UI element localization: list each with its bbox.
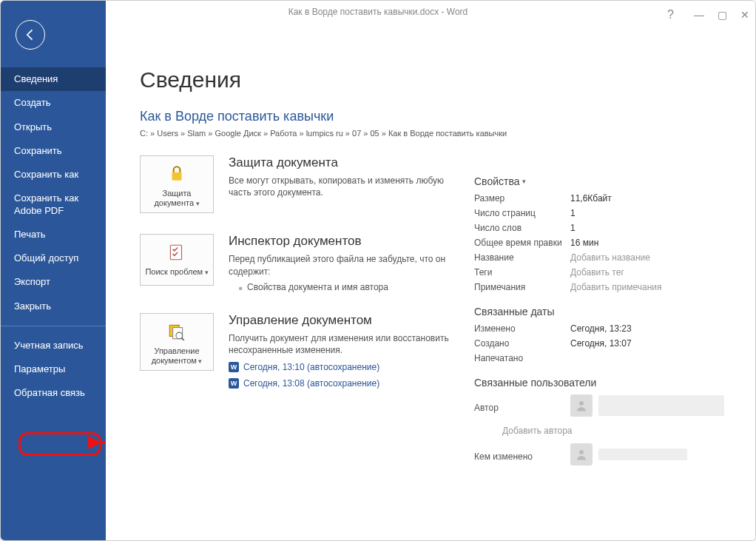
nav-separator <box>1 326 106 326</box>
avatar-icon <box>570 443 593 466</box>
prop-size-key: Размер <box>474 193 570 204</box>
svg-rect-2 <box>170 246 181 261</box>
prop-pages-value: 1 <box>570 208 576 218</box>
prop-printed-key: Напечатано <box>474 353 570 363</box>
maximize-icon[interactable]: ▢ <box>718 4 727 26</box>
lock-icon <box>144 162 210 186</box>
prop-author-key: Автор <box>474 403 570 413</box>
inspect-desc: Перед публикацией этого файла не забудьт… <box>229 253 450 277</box>
properties-header[interactable]: Свойства <box>474 175 733 187</box>
prop-modified-key: Изменено <box>474 323 570 334</box>
page-title: Сведения <box>140 67 730 93</box>
document-title: Как в Ворде поставить кавычки <box>140 109 730 124</box>
word-file-icon: W <box>229 362 239 372</box>
manage-button-label: Управление документом <box>144 346 210 366</box>
back-button[interactable] <box>16 20 45 50</box>
prop-notes-key: Примечания <box>474 282 570 292</box>
close-icon[interactable]: ✕ <box>740 4 749 26</box>
inspect-title: Инспектор документов <box>229 234 450 249</box>
prop-tags-value[interactable]: Добавить тег <box>570 267 624 278</box>
window-controls: — ▢ ✕ <box>694 4 749 26</box>
prop-size-value: 11,6Кбайт <box>570 193 612 204</box>
backstage-sidebar: Сведения Создать Открыть Сохранить Сохра… <box>1 1 106 540</box>
nav-share[interactable]: Общий доступ <box>1 246 106 270</box>
prop-words-value: 1 <box>570 223 576 233</box>
prop-edittime-value: 16 мин <box>570 238 598 248</box>
nav-export[interactable]: Экспорт <box>1 270 106 294</box>
nav-feedback[interactable]: Обратная связь <box>1 381 106 405</box>
nav-save-pdf[interactable]: Сохранить как Adobe PDF <box>1 187 106 223</box>
nav-print[interactable]: Печать <box>1 223 106 246</box>
prop-edittime-key: Общее время правки <box>474 238 570 248</box>
nav-open[interactable]: Открыть <box>1 115 106 139</box>
window-title: Как в Ворде поставить кавычки.docx - Wor… <box>288 7 468 17</box>
autosave-link-1[interactable]: WСегодня, 13:10 (автосохранение) <box>229 362 450 372</box>
check-issues-button[interactable]: Поиск проблем <box>140 234 214 286</box>
author-name-redacted <box>598 395 724 416</box>
avatar-icon <box>570 394 593 417</box>
svg-rect-1 <box>172 172 182 181</box>
prop-modified-value: Сегодня, 13:23 <box>570 323 632 334</box>
lastmod-row <box>570 443 687 466</box>
breadcrumb: C: » Users » Slam » Google Диск » Работа… <box>140 129 730 138</box>
nav-save-as[interactable]: Сохранить как <box>1 163 106 187</box>
svg-line-6 <box>182 337 184 340</box>
prop-title-key: Название <box>474 252 570 263</box>
inspect-bullet: Свойства документа и имя автора <box>239 282 450 292</box>
checklist-icon <box>144 241 210 264</box>
nav-save[interactable]: Сохранить <box>1 139 106 163</box>
properties-panel: Свойства Размер11,6Кбайт Число страниц1 … <box>474 175 733 474</box>
author-row <box>570 394 724 417</box>
autosave-2-label: Сегодня, 13:08 (автосохранение) <box>243 378 379 389</box>
protect-desc: Все могут открывать, копировать и изменя… <box>229 175 450 198</box>
nav-options[interactable]: Параметры <box>1 357 106 381</box>
prop-created-key: Создано <box>474 338 570 349</box>
help-button[interactable]: ? <box>667 4 674 26</box>
nav-account[interactable]: Учетная запись <box>1 334 106 357</box>
nav-new[interactable]: Создать <box>1 91 106 115</box>
svg-point-8 <box>579 450 584 454</box>
nav-close[interactable]: Закрыть <box>1 295 106 318</box>
arrow-left-icon <box>23 27 38 42</box>
related-users-header: Связанные пользователи <box>474 377 733 389</box>
titlebar: Как в Ворде поставить кавычки.docx - Wor… <box>1 1 755 23</box>
autosave-link-2[interactable]: WСегодня, 13:08 (автосохранение) <box>229 378 450 389</box>
lastmod-name-redacted <box>598 448 687 460</box>
related-dates-header: Связанные даты <box>474 306 733 317</box>
manage-desc: Получить документ для изменения или восс… <box>229 332 450 356</box>
protect-title: Защита документа <box>229 155 450 170</box>
word-file-icon: W <box>229 378 239 389</box>
prop-pages-key: Число страниц <box>474 208 570 218</box>
nav-info[interactable]: Сведения <box>1 67 106 91</box>
documents-icon <box>144 320 210 343</box>
prop-notes-value[interactable]: Добавить примечания <box>570 282 662 292</box>
prop-tags-key: Теги <box>474 267 570 278</box>
prop-lastmod-key: Кем изменено <box>474 451 570 462</box>
minimize-icon[interactable]: — <box>694 4 704 26</box>
autosave-1-label: Сегодня, 13:10 (автосохранение) <box>243 362 379 372</box>
svg-point-7 <box>579 401 584 406</box>
prop-words-key: Число слов <box>474 223 570 233</box>
manage-document-button[interactable]: Управление документом <box>140 313 214 371</box>
prop-title-value[interactable]: Добавить название <box>570 252 650 263</box>
prop-created-value: Сегодня, 13:07 <box>570 338 632 349</box>
add-author-link[interactable]: Добавить автора <box>502 426 733 436</box>
manage-title: Управление документом <box>229 313 450 328</box>
protect-button-label: Защита документа <box>144 189 210 208</box>
protect-document-button[interactable]: Защита документа <box>140 155 214 213</box>
inspect-button-label: Поиск проблем <box>144 267 210 277</box>
